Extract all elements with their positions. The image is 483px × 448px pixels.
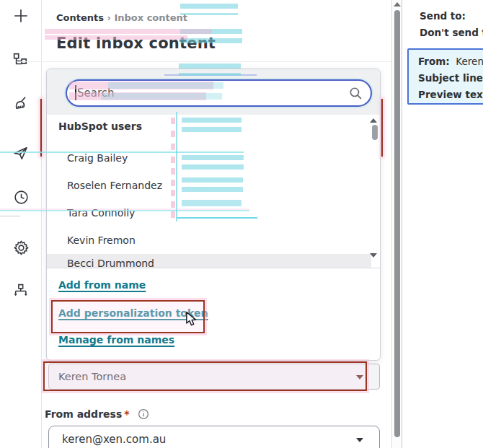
list-scroll-up-icon[interactable] (370, 118, 377, 123)
search-box (66, 79, 372, 107)
list-item[interactable]: Craig Bailey (67, 152, 128, 164)
subject-line-label: Subject line: (418, 72, 483, 84)
list-item[interactable]: Tara Connolly (67, 207, 135, 219)
group-label: HubSpot users (58, 120, 142, 132)
page-title: Edit inbox content (56, 35, 216, 52)
list-item[interactable]: Kevin Fremon (67, 234, 136, 246)
left-sidebar (0, 0, 42, 448)
text-cursor (75, 85, 76, 100)
dont-send-label: Don't send t (420, 27, 483, 38)
preview-text-label: Preview text (418, 89, 483, 100)
main-scrollbar-thumb[interactable] (394, 10, 400, 437)
breadcrumb-contents[interactable]: Contents (56, 12, 104, 23)
from-address-select[interactable]: keren@xen.com.au (48, 426, 380, 448)
add-from-name-link[interactable]: Add from name (58, 279, 146, 291)
breadcrumb: Contents › Inbox content (56, 12, 187, 23)
from-address-label: From address* (45, 408, 149, 422)
send-to-label: Send to: (420, 10, 466, 22)
breadcrumb-inbox-content: Inbox content (114, 12, 187, 23)
app-window: Contents › Inbox content Edit inbox cont… (0, 0, 483, 448)
org-chart-icon[interactable] (13, 284, 30, 301)
main-scrollbar[interactable] (391, 0, 402, 448)
from-address-value: keren@xen.com.au (62, 433, 166, 446)
magnifier-icon (349, 87, 363, 103)
clock-icon[interactable] (13, 189, 30, 206)
add-personalization-token-link[interactable]: Add personalization token (58, 307, 208, 319)
from-line: From: Keren (418, 56, 483, 67)
from-subject-preview-box: From: Keren Subject line: Preview text (407, 48, 483, 105)
header-divider (17, 61, 393, 62)
from-name-select[interactable]: Keren Tornea (48, 364, 380, 390)
ghost-text-artifact (180, 4, 238, 15)
settings-icon[interactable] (13, 240, 30, 257)
clean-icon[interactable] (13, 95, 30, 113)
send-icon[interactable] (13, 146, 30, 163)
user-list: HubSpot users Craig Bailey Roselen Ferna… (47, 115, 380, 268)
scroll-up-icon[interactable] (394, 2, 401, 6)
ghost-text-artifact (45, 29, 212, 34)
search-input[interactable] (66, 79, 372, 107)
list-scroll-down-icon[interactable] (370, 253, 377, 258)
sidebar-divider (0, 216, 20, 216)
from-name-dropdown-card: HubSpot users Craig Bailey Roselen Ferna… (46, 69, 381, 361)
list-scrollbar-thumb[interactable] (372, 125, 378, 140)
red-artifact-line-right (381, 99, 383, 157)
email-preview-panel: Send to: Don't send t From: Keren Subjec… (402, 0, 483, 448)
dropdown-caret-icon (356, 438, 363, 442)
plus-icon[interactable] (13, 8, 30, 25)
list-item[interactable]: Becci Drummond (67, 258, 154, 268)
list-item[interactable]: Roselen Fernandez (67, 180, 162, 191)
dropdown-caret-icon (356, 375, 363, 379)
info-icon[interactable] (138, 408, 149, 422)
from-name-value: Keren Tornea (58, 371, 126, 382)
breadcrumb-separator-icon: › (107, 12, 111, 23)
required-asterisk: * (124, 408, 129, 420)
manage-from-names-link[interactable]: Manage from names (58, 334, 174, 346)
